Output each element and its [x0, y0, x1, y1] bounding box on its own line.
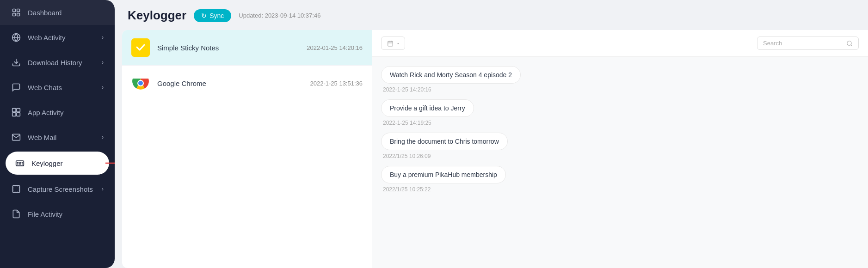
- globe-icon: [11, 32, 21, 43]
- note-bubble-2: Bring the document to Chris tomorrow: [381, 133, 508, 150]
- sidebar-item-dashboard-label: Dashboard: [28, 9, 62, 17]
- sidebar-item-dashboard[interactable]: Dashboard: [0, 0, 115, 25]
- app-time-chrome: 2022-1-25 13:51:36: [310, 80, 363, 87]
- sync-button[interactable]: ↻ Sync: [194, 9, 231, 22]
- dashboard-icon: [11, 7, 21, 18]
- sidebar-item-download-history-label: Download History: [28, 59, 82, 67]
- svg-rect-9: [12, 113, 16, 116]
- sidebar-item-app-activity[interactable]: App Activity: [0, 100, 115, 125]
- content-area: Simple Sticky Notes 2022-01-25 14:20:16: [115, 30, 868, 268]
- keyboard-icon: [15, 158, 25, 168]
- chevron-right-icon: ›: [102, 84, 104, 91]
- notes-header: - Search: [372, 30, 868, 57]
- note-time-1: 2022-1-25 14:19:25: [381, 120, 859, 126]
- header: Keylogger ↻ Sync Updated: 2023-09-14 10:…: [115, 0, 868, 30]
- sidebar-item-app-activity-label: App Activity: [28, 109, 64, 116]
- chevron-right-icon: ›: [102, 186, 104, 192]
- svg-rect-3: [17, 13, 20, 16]
- svg-line-34: [851, 44, 852, 46]
- notes-list: Watch Rick and Morty Season 4 episode 2 …: [372, 57, 868, 268]
- file-icon: [11, 209, 21, 219]
- sidebar-item-web-activity-label: Web Activity: [28, 34, 65, 42]
- svg-rect-8: [17, 109, 20, 112]
- sidebar-item-capture-screenshots[interactable]: Capture Screenshots ›: [0, 177, 115, 201]
- app-list-item-chrome[interactable]: Google Chrome 2022-1-25 13:51:36: [122, 66, 372, 101]
- date-selector-value: -: [397, 40, 399, 47]
- search-box[interactable]: Search: [757, 37, 859, 50]
- svg-rect-10: [17, 113, 20, 116]
- sidebar-item-web-chats-label: Web Chats: [28, 84, 62, 91]
- updated-text: Updated: 2023-09-14 10:37:46: [239, 12, 320, 19]
- mail-icon: [11, 132, 21, 142]
- app-list-item-sticky[interactable]: Simple Sticky Notes 2022-01-25 14:20:16: [122, 30, 372, 66]
- app-list-panel: Simple Sticky Notes 2022-01-25 14:20:16: [122, 30, 372, 268]
- svg-rect-1: [17, 9, 20, 12]
- notes-panel: - Search Watch Rick and Morty Season 4 e…: [372, 30, 868, 268]
- svg-point-28: [138, 81, 143, 85]
- sidebar: Dashboard Web Activity › Download Histor…: [0, 0, 115, 268]
- svg-rect-0: [13, 9, 16, 12]
- chevron-right-icon: ›: [102, 134, 104, 140]
- app-icon: [11, 107, 21, 117]
- note-time-3: 2022/1/25 10:25:22: [381, 186, 859, 193]
- search-icon: [846, 40, 853, 47]
- svg-rect-21: [13, 186, 20, 193]
- svg-rect-2: [13, 13, 16, 16]
- chrome-icon: [131, 74, 150, 92]
- download-icon: [11, 57, 21, 67]
- note-item-2: Bring the document to Chris tomorrow 202…: [381, 133, 859, 159]
- sidebar-item-web-activity[interactable]: Web Activity ›: [0, 25, 115, 50]
- sidebar-item-file-activity-label: File Activity: [28, 210, 62, 218]
- date-selector[interactable]: -: [381, 37, 405, 50]
- svg-rect-29: [388, 41, 393, 46]
- note-bubble-3: Buy a premium PikaHub membership: [381, 166, 506, 183]
- sidebar-item-capture-screenshots-label: Capture Screenshots: [28, 185, 93, 193]
- sync-label: Sync: [209, 12, 224, 19]
- chevron-right-icon: ›: [102, 59, 104, 66]
- app-time-sticky: 2022-01-25 14:20:16: [307, 44, 363, 51]
- note-time-0: 2022-1-25 14:20:16: [381, 86, 859, 93]
- screenshot-icon: [11, 184, 21, 194]
- note-item-0: Watch Rick and Morty Season 4 episode 2 …: [381, 66, 859, 93]
- note-bubble-0: Watch Rick and Morty Season 4 episode 2: [381, 66, 521, 84]
- app-name-sticky: Simple Sticky Notes: [157, 44, 299, 52]
- sidebar-item-download-history[interactable]: Download History ›: [0, 50, 115, 75]
- sidebar-item-web-chats[interactable]: Web Chats ›: [0, 75, 115, 100]
- sidebar-item-web-mail[interactable]: Web Mail ›: [0, 125, 115, 150]
- svg-point-33: [847, 41, 851, 45]
- page-title: Keylogger: [128, 8, 186, 23]
- sidebar-item-keylogger[interactable]: Keylogger: [6, 152, 109, 175]
- note-time-2: 2022/1/25 10:26:09: [381, 153, 859, 159]
- note-bubble-1: Provide a gift idea to Jerry: [381, 99, 474, 117]
- main-content: Keylogger ↻ Sync Updated: 2023-09-14 10:…: [115, 0, 868, 268]
- chat-icon: [11, 82, 21, 92]
- note-item-1: Provide a gift idea to Jerry 2022-1-25 1…: [381, 99, 859, 126]
- note-item-3: Buy a premium PikaHub membership 2022/1/…: [381, 166, 859, 193]
- calendar-icon: [387, 40, 394, 47]
- search-placeholder: Search: [763, 40, 843, 47]
- sidebar-item-web-mail-label: Web Mail: [28, 134, 56, 141]
- sync-icon: ↻: [201, 12, 207, 19]
- sticky-notes-icon: [131, 38, 150, 57]
- sidebar-item-file-activity[interactable]: File Activity: [0, 201, 115, 226]
- app-name-chrome: Google Chrome: [157, 79, 303, 87]
- svg-rect-7: [12, 109, 16, 112]
- chevron-right-icon: ›: [102, 34, 104, 41]
- sidebar-item-keylogger-label: Keylogger: [31, 159, 63, 167]
